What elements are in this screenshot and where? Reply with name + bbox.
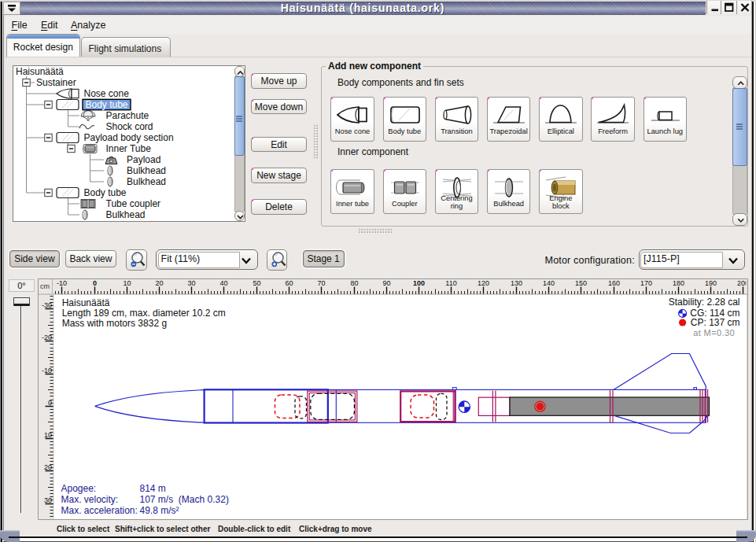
svg-text:160: 160 <box>608 279 620 287</box>
svg-text:10: 10 <box>44 431 52 439</box>
svg-text:-20: -20 <box>42 334 52 341</box>
svg-text:Apogee:: Apogee: <box>61 483 97 494</box>
svg-text:80: 80 <box>350 279 358 287</box>
svg-text:0: 0 <box>93 279 97 287</box>
svg-text:130: 130 <box>511 279 522 287</box>
svg-text:20: 20 <box>155 279 163 287</box>
svg-text:20: 20 <box>44 463 52 471</box>
svg-text:-30: -30 <box>42 301 52 309</box>
svg-text:70: 70 <box>317 279 325 287</box>
svg-text:Max. acceleration:: Max. acceleration: <box>61 505 138 516</box>
svg-text:30: 30 <box>187 279 195 287</box>
svg-text:50: 50 <box>253 279 260 287</box>
svg-text:cm: cm <box>40 282 50 290</box>
svg-text:190: 190 <box>705 279 717 287</box>
svg-text:200: 200 <box>737 279 749 287</box>
svg-text:-10: -10 <box>57 279 67 287</box>
svg-text:100: 100 <box>413 279 425 287</box>
svg-text:0: 0 <box>48 399 52 407</box>
svg-text:at M=0.30: at M=0.30 <box>693 328 735 337</box>
svg-text:60: 60 <box>285 279 293 287</box>
svg-text:Stability: 2.28 cal: Stability: 2.28 cal <box>669 297 740 308</box>
svg-text:-10: -10 <box>42 367 52 374</box>
svg-text:30: 30 <box>44 496 52 504</box>
svg-text:40: 40 <box>219 279 227 287</box>
svg-text:120: 120 <box>478 279 489 287</box>
svg-text:90: 90 <box>382 279 390 287</box>
svg-text:CP: 137 cm: CP: 137 cm <box>691 317 740 328</box>
svg-text:180: 180 <box>673 279 684 287</box>
svg-text:Haisunäätä: Haisunäätä <box>62 297 110 308</box>
svg-text:140: 140 <box>543 279 555 287</box>
svg-text:107 m/s (Mach 0.32): 107 m/s (Mach 0.32) <box>140 494 229 505</box>
svg-text:Mass with motors 3832 g: Mass with motors 3832 g <box>62 318 167 329</box>
svg-text:150: 150 <box>575 279 587 287</box>
svg-text:110: 110 <box>445 279 456 287</box>
svg-text:814 m: 814 m <box>140 483 166 494</box>
svg-text:49.8 m/s²: 49.8 m/s² <box>140 505 179 516</box>
svg-text:10: 10 <box>123 279 131 287</box>
svg-text:170: 170 <box>640 279 652 287</box>
svg-text:Max. velocity:: Max. velocity: <box>61 494 119 505</box>
